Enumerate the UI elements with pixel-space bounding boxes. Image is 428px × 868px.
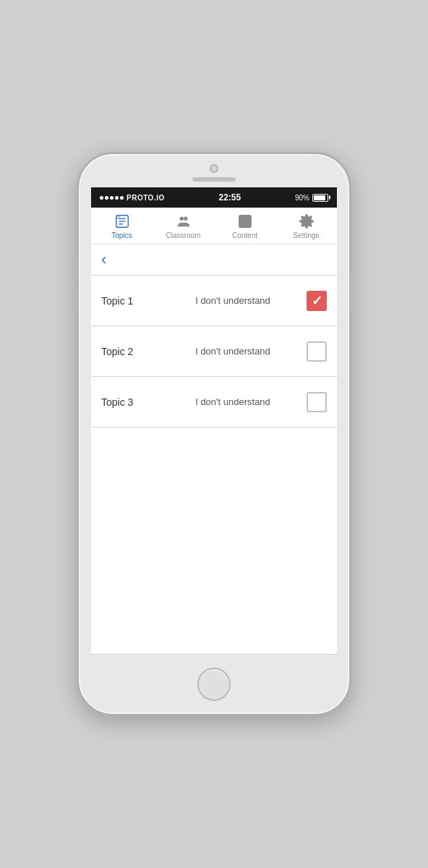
speaker [192,177,236,182]
topic-1-checkbox[interactable]: ✓ [307,291,327,311]
topic-3-name: Topic 3 [101,396,159,408]
tab-content[interactable]: Content [214,208,275,244]
svg-rect-8 [244,221,249,225]
tab-classroom[interactable]: Classroom [153,208,214,244]
tab-settings-label: Settings [293,231,319,239]
status-bar: PROTO.IO 22:55 90% [91,187,337,208]
topic-3-status: I don't understand [159,396,307,407]
volume-down-button[interactable] [74,288,78,313]
classroom-icon [174,213,193,229]
settings-icon [297,213,316,229]
volume-up-button[interactable] [74,255,78,281]
back-row: ‹ [91,244,337,276]
battery-percent: 90% [295,194,309,202]
topic-list: Topic 1 I don't understand ✓ Topic 2 I d… [91,276,337,655]
phone-bottom [197,660,231,714]
front-camera [210,164,218,173]
battery-icon [312,194,328,202]
svg-point-6 [184,217,188,221]
topic-1-name: Topic 1 [101,295,159,307]
phone-frame: PROTO.IO 22:55 90% [77,152,351,716]
tab-settings[interactable]: Settings [275,208,337,244]
empty-area [91,427,337,655]
topic-2-checkbox[interactable] [307,341,327,362]
svg-rect-4 [116,216,120,220]
home-button[interactable] [197,668,231,701]
signal-dots [100,196,124,200]
tab-topics[interactable]: Topics [91,208,153,244]
signal-dot-4 [115,196,119,200]
back-chevron-icon: ‹ [101,252,106,268]
tab-content-label: Content [232,231,257,239]
signal-dot-5 [120,196,124,200]
status-right: 90% [295,194,328,202]
battery-fill [314,195,325,200]
svg-point-5 [179,217,184,221]
signal-dot-3 [110,196,114,200]
topic-row-3: Topic 3 I don't understand [91,377,337,427]
topic-row-1: Topic 1 I don't understand ✓ [91,276,337,326]
back-button[interactable]: ‹ [101,252,106,268]
power-button[interactable] [350,270,354,313]
phone-top [79,154,349,182]
topics-icon [113,213,132,229]
signal-dot-2 [105,196,108,200]
tab-topics-label: Topics [111,231,132,239]
content-icon [236,213,254,229]
status-time: 22:55 [219,192,241,203]
topic-3-checkbox[interactable] [307,392,327,412]
status-left: PROTO.IO [100,194,165,202]
phone-screen: PROTO.IO 22:55 90% [91,187,337,655]
topic-1-status: I don't understand [159,295,307,306]
topic-row-2: Topic 2 I don't understand [91,326,337,377]
tab-bar: Topics Classroom [91,208,337,244]
topic-2-name: Topic 2 [101,346,159,357]
checkmark-icon-1: ✓ [312,294,322,307]
tab-classroom-label: Classroom [166,231,201,239]
signal-dot-1 [100,196,103,200]
topic-2-status: I don't understand [159,346,307,357]
carrier-label: PROTO.IO [127,194,165,202]
